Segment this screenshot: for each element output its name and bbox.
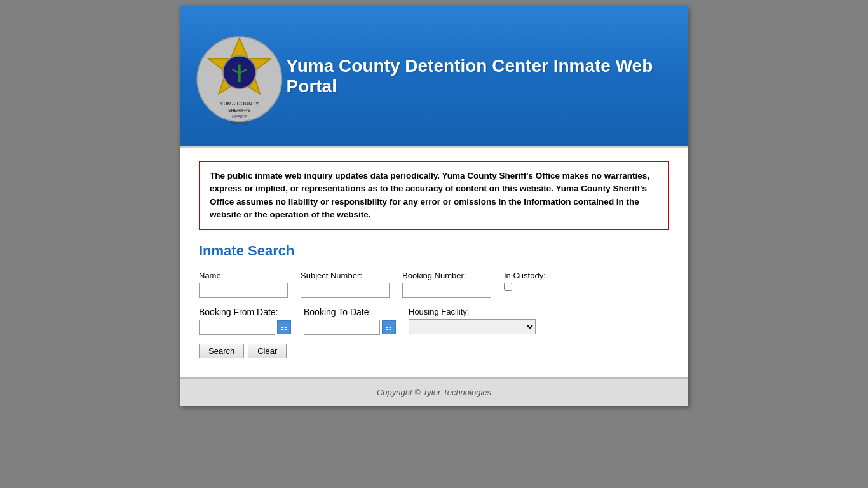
header: YUMA COUNTY SHERIFF'S OFFICE ARIZONA Yum… (180, 6, 688, 146)
inmate-search-section: Inmate Search Name: Subject Number: Book… (199, 243, 669, 358)
booking-to-date-group: Booking To Date: ☷ (304, 307, 396, 335)
form-row-1: Name: Subject Number: Booking Number: In… (199, 271, 669, 298)
booking-from-date-group: Booking From Date: ☷ (199, 307, 291, 335)
booking-number-group: Booking Number: (402, 271, 491, 298)
name-label: Name: (199, 271, 288, 280)
form-row-2: Booking From Date: ☷ Booking To Date: ☷ … (199, 307, 669, 335)
content-area: The public inmate web inquiry updates da… (180, 146, 688, 377)
main-container: YUMA COUNTY SHERIFF'S OFFICE ARIZONA Yum… (180, 6, 688, 406)
booking-to-date-input[interactable] (304, 320, 380, 335)
disclaimer-text: The public inmate web inquiry updates da… (210, 170, 658, 221)
button-row: Search Clear (199, 344, 669, 358)
disclaimer-box: The public inmate web inquiry updates da… (199, 161, 669, 230)
sheriff-badge-logo: YUMA COUNTY SHERIFF'S OFFICE ARIZONA (193, 16, 287, 137)
name-group: Name: (199, 271, 288, 298)
booking-from-calendar-button[interactable]: ☷ (277, 320, 291, 334)
housing-facility-group: Housing Facility: (409, 307, 536, 334)
booking-to-date-wrapper: ☷ (304, 320, 396, 335)
svg-text:SHERIFF'S: SHERIFF'S (228, 108, 251, 112)
booking-number-input[interactable] (402, 283, 491, 298)
search-button[interactable]: Search (199, 344, 244, 358)
name-input[interactable] (199, 283, 288, 298)
subject-number-group: Subject Number: (301, 271, 390, 298)
svg-text:YUMA COUNTY: YUMA COUNTY (220, 100, 259, 107)
booking-to-date-label: Booking To Date: (304, 307, 396, 317)
portal-title: Yuma County Detention Center Inmate Web … (287, 56, 675, 97)
booking-from-date-label: Booking From Date: (199, 307, 291, 317)
footer: Copyright © Tyler Technologies (180, 377, 688, 406)
in-custody-label: In Custody: (504, 271, 546, 280)
in-custody-checkbox[interactable] (504, 283, 512, 291)
booking-from-date-input[interactable] (199, 320, 275, 335)
in-custody-group: In Custody: (504, 271, 546, 291)
booking-to-calendar-button[interactable]: ☷ (382, 320, 396, 334)
clear-button[interactable]: Clear (248, 344, 287, 358)
subject-number-label: Subject Number: (301, 271, 390, 280)
svg-text:OFFICE: OFFICE (232, 114, 247, 119)
search-section-title: Inmate Search (199, 243, 669, 259)
housing-facility-label: Housing Facility: (409, 307, 536, 316)
booking-from-date-wrapper: ☷ (199, 320, 291, 335)
subject-number-input[interactable] (301, 283, 390, 298)
copyright-text: Copyright © Tyler Technologies (377, 388, 491, 397)
booking-number-label: Booking Number: (402, 271, 491, 280)
housing-facility-select[interactable] (409, 319, 536, 334)
svg-text:ARIZONA: ARIZONA (230, 121, 248, 126)
